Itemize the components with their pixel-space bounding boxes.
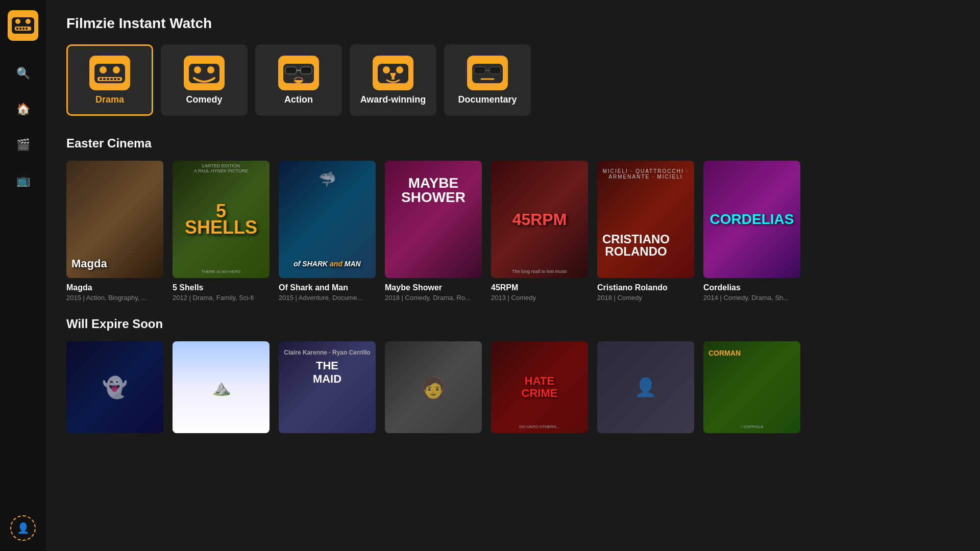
expire-card-maid[interactable]: Claire Karenne · Ryan Cerrillo THEMAID [279, 341, 376, 433]
svg-rect-16 [107, 78, 109, 80]
svg-point-3 [26, 19, 31, 24]
movie-title-cordelias: Cordelias [703, 283, 800, 292]
svg-point-2 [15, 19, 20, 24]
svg-rect-18 [114, 78, 116, 80]
movie-poster-5shells: LIMITED EDITIONA PAUL HYNEK PICTURE 5SHE… [173, 161, 270, 278]
search-icon[interactable]: 🔍 [10, 61, 36, 86]
poster-overlay-corman: CORMAN [708, 349, 741, 357]
movie-poster-shark: 🦈 of SHARK and MAN [279, 161, 376, 278]
expire-poster-1: 👻 [66, 341, 163, 433]
poster-overlay-magda: Magda [71, 257, 107, 270]
genre-tab-drama[interactable]: Drama [66, 44, 153, 116]
easter-cinema-row: Magda Magda 2015 | Action, Biography, ..… [66, 161, 960, 302]
movie-card-5shells[interactable]: LIMITED EDITIONA PAUL HYNEK PICTURE 5SHE… [173, 161, 270, 302]
svg-rect-1 [12, 17, 34, 34]
genre-action-label: Action [284, 94, 313, 105]
movie-title-45rpm: 45RPM [491, 283, 588, 292]
movie-meta-45rpm: 2013 | Comedy [491, 294, 588, 302]
svg-point-11 [100, 66, 107, 73]
expire-card-portrait[interactable]: 🧑 [385, 341, 482, 433]
movie-card-shower[interactable]: MAYBESHOWER Maybe Shower 2018 | Comedy, … [385, 161, 482, 302]
expire-card-hate[interactable]: HATECRIME DO UNTO OTHERS... [491, 341, 588, 433]
expire-poster-2: ⛰️ [173, 341, 270, 433]
genre-documentary-label: Documentary [458, 94, 517, 105]
svg-rect-15 [103, 78, 106, 80]
poster-overlay-cordelias: CORDELIAS [710, 211, 794, 228]
poster-overlay-shark: of SHARK and MAN [284, 260, 371, 268]
movie-meta-rolando: 2018 | Comedy [597, 294, 694, 302]
svg-rect-14 [100, 78, 102, 80]
genre-award-label: Award-winning [360, 94, 426, 105]
genre-comedy-label: Comedy [186, 94, 222, 105]
expire-card-portrait2[interactable]: 👤 [597, 341, 694, 433]
svg-rect-17 [110, 78, 113, 80]
expire-card-1[interactable]: 👻 [66, 341, 163, 433]
movie-meta-magda: 2015 | Action, Biography, ... [66, 294, 163, 302]
expire-section-title: Will Expire Soon [66, 317, 960, 331]
movie-poster-cordelias: CORDELIAS [703, 161, 800, 278]
movie-card-45rpm[interactable]: 45RPM The long road to lost music 45RPM … [491, 161, 588, 302]
genre-drama-label: Drama [95, 94, 124, 105]
user-avatar[interactable]: 👤 [10, 515, 36, 541]
movie-meta-5shells: 2012 | Drama, Family, Sci-fi [173, 294, 270, 302]
easter-cinema-title: Easter Cinema [66, 136, 960, 151]
page-title: Filmzie Instant Watch [66, 15, 960, 32]
movie-poster-45rpm: 45RPM The long road to lost music [491, 161, 588, 278]
movie-card-shark[interactable]: 🦈 of SHARK and MAN Of Shark and Man 2015… [279, 161, 376, 302]
main-content: Filmzie Instant Watch Drama [46, 0, 980, 551]
svg-rect-27 [301, 67, 312, 74]
logo[interactable] [8, 10, 38, 43]
svg-rect-37 [474, 67, 485, 74]
svg-rect-34 [391, 78, 395, 80]
expire-poster-hate: HATECRIME DO UNTO OTHERS... [491, 341, 588, 433]
expire-row: 👻 ⛰️ Claire Karenne · Ryan Cerrillo THEM… [66, 341, 960, 433]
svg-rect-19 [117, 78, 120, 80]
poster-overlay-hate: HATECRIME [522, 375, 558, 399]
movie-poster-magda: Magda [66, 161, 163, 278]
svg-point-12 [113, 66, 120, 73]
svg-rect-8 [26, 28, 28, 30]
expire-poster-portrait2: 👤 [597, 341, 694, 433]
svg-rect-6 [19, 28, 21, 30]
svg-rect-7 [22, 28, 24, 30]
movie-meta-shark: 2015 | Adventure, Docume... [279, 294, 376, 302]
svg-rect-21 [189, 64, 219, 83]
svg-rect-38 [489, 67, 501, 74]
sidebar: 🔍 🏠 🎬 📺 👤 [0, 0, 46, 551]
genre-tab-comedy[interactable]: Comedy [161, 44, 248, 116]
movie-poster-shower: MAYBESHOWER [385, 161, 482, 278]
genre-tabs: Drama Comedy [66, 44, 960, 116]
expire-poster-maid: Claire Karenne · Ryan Cerrillo THEMAID [279, 341, 376, 433]
svg-rect-26 [285, 67, 297, 74]
poster-overlay-maid: Claire Karenne · Ryan Cerrillo [281, 349, 373, 356]
svg-point-22 [194, 66, 201, 73]
expire-card-2[interactable]: ⛰️ [173, 341, 270, 433]
poster-overlay-45rpm: 45RPM [512, 210, 567, 229]
movie-title-magda: Magda [66, 283, 163, 292]
movie-card-rolando[interactable]: MICIELI · QUATTROCCHI · ARMENANTE · MICI… [597, 161, 694, 302]
movie-card-cordelias[interactable]: CORDELIAS Cordelias 2014 | Comedy, Drama… [703, 161, 800, 302]
movie-title-shower: Maybe Shower [385, 283, 482, 292]
svg-point-23 [207, 66, 214, 73]
svg-point-33 [396, 66, 403, 73]
svg-rect-5 [16, 28, 18, 30]
movie-card-magda[interactable]: Magda Magda 2015 | Action, Biography, ..… [66, 161, 163, 302]
movie-meta-shower: 2018 | Comedy, Drama, Ro... [385, 294, 482, 302]
expire-card-corman[interactable]: CORMAN ↑ COPPOLA [703, 341, 800, 433]
movies-icon[interactable]: 🎬 [10, 132, 36, 158]
poster-overlay-shower: MAYBESHOWER [390, 176, 477, 205]
movie-meta-cordelias: 2014 | Comedy, Drama, Sh... [703, 294, 800, 302]
tv-icon[interactable]: 📺 [10, 168, 36, 193]
home-icon[interactable]: 🏠 [10, 96, 36, 122]
svg-point-32 [383, 66, 390, 73]
genre-tab-action[interactable]: Action [255, 44, 342, 116]
poster-overlay-5shells: 5SHELLS [185, 203, 257, 236]
expire-poster-corman: CORMAN ↑ COPPOLA [703, 341, 800, 433]
poster-overlay-rolando-top: MICIELI · QUATTROCCHI · ARMENANTE · MICI… [597, 168, 694, 180]
movie-title-shark: Of Shark and Man [279, 283, 376, 292]
movie-title-rolando: Cristiano Rolando [597, 283, 694, 292]
genre-tab-documentary[interactable]: Documentary [444, 44, 531, 116]
poster-overlay-rolando: CRISTIANOROLANDO [602, 233, 670, 258]
expire-poster-portrait: 🧑 [385, 341, 482, 433]
genre-tab-award[interactable]: Award-winning [350, 44, 436, 116]
